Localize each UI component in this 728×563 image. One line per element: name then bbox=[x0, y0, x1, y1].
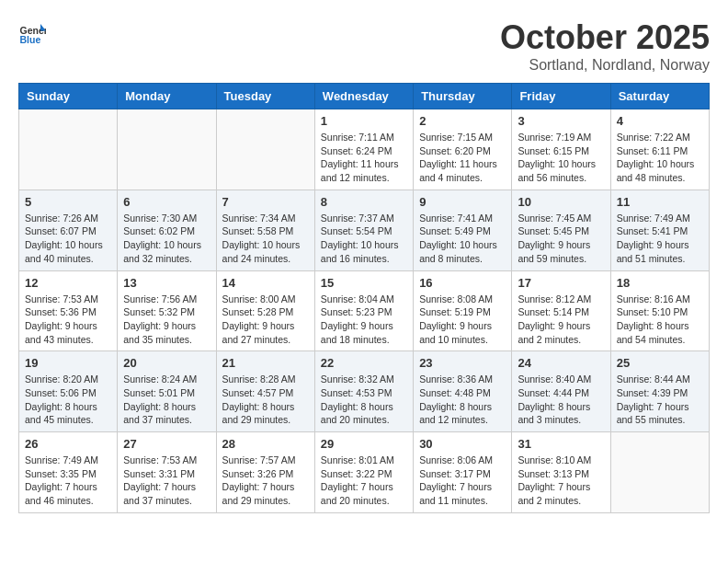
day-number: 17 bbox=[518, 276, 604, 290]
calendar-day: 9Sunrise: 7:41 AM Sunset: 5:49 PM Daylig… bbox=[414, 190, 512, 270]
day-number: 29 bbox=[321, 437, 407, 451]
empty-cell bbox=[610, 432, 709, 513]
day-detail: Sunrise: 7:22 AM Sunset: 6:11 PM Dayligh… bbox=[617, 131, 703, 185]
calendar-day: 12Sunrise: 7:53 AM Sunset: 5:36 PM Dayli… bbox=[19, 270, 118, 351]
day-detail: Sunrise: 8:01 AM Sunset: 3:22 PM Dayligh… bbox=[321, 454, 407, 508]
calendar-week-row: 5Sunrise: 7:26 AM Sunset: 6:07 PM Daylig… bbox=[19, 190, 710, 270]
day-detail: Sunrise: 7:45 AM Sunset: 5:45 PM Dayligh… bbox=[518, 212, 604, 266]
calendar-table: SundayMondayTuesdayWednesdayThursdayFrid… bbox=[18, 83, 710, 513]
weekday-header-friday: Friday bbox=[512, 84, 610, 109]
day-number: 9 bbox=[419, 195, 506, 209]
day-number: 8 bbox=[321, 195, 407, 209]
calendar-day: 23Sunrise: 8:36 AM Sunset: 4:48 PM Dayli… bbox=[414, 351, 512, 432]
weekday-header-wednesday: Wednesday bbox=[314, 84, 413, 109]
title-area: October 2025 Sortland, Nordland, Norway bbox=[500, 18, 710, 74]
calendar-day: 8Sunrise: 7:37 AM Sunset: 5:54 PM Daylig… bbox=[314, 190, 413, 270]
day-number: 13 bbox=[123, 276, 210, 290]
calendar-day: 11Sunrise: 7:49 AM Sunset: 5:41 PM Dayli… bbox=[610, 190, 709, 270]
day-detail: Sunrise: 7:57 AM Sunset: 3:26 PM Dayligh… bbox=[222, 454, 309, 508]
day-detail: Sunrise: 8:32 AM Sunset: 4:53 PM Dayligh… bbox=[321, 373, 407, 427]
calendar-day: 3Sunrise: 7:19 AM Sunset: 6:15 PM Daylig… bbox=[512, 109, 610, 190]
day-detail: Sunrise: 8:24 AM Sunset: 5:01 PM Dayligh… bbox=[123, 373, 210, 427]
calendar-day: 10Sunrise: 7:45 AM Sunset: 5:45 PM Dayli… bbox=[512, 190, 610, 270]
calendar-day: 22Sunrise: 8:32 AM Sunset: 4:53 PM Dayli… bbox=[314, 351, 413, 432]
day-detail: Sunrise: 8:12 AM Sunset: 5:14 PM Dayligh… bbox=[518, 293, 604, 347]
day-number: 26 bbox=[25, 437, 111, 451]
calendar-day: 5Sunrise: 7:26 AM Sunset: 6:07 PM Daylig… bbox=[19, 190, 118, 270]
day-detail: Sunrise: 8:04 AM Sunset: 5:23 PM Dayligh… bbox=[321, 293, 407, 347]
calendar-day: 6Sunrise: 7:30 AM Sunset: 6:02 PM Daylig… bbox=[118, 190, 216, 270]
day-detail: Sunrise: 7:30 AM Sunset: 6:02 PM Dayligh… bbox=[123, 212, 210, 266]
calendar-week-row: 1Sunrise: 7:11 AM Sunset: 6:24 PM Daylig… bbox=[19, 109, 710, 190]
day-number: 21 bbox=[222, 356, 309, 370]
day-detail: Sunrise: 8:36 AM Sunset: 4:48 PM Dayligh… bbox=[419, 373, 506, 427]
calendar-week-row: 12Sunrise: 7:53 AM Sunset: 5:36 PM Dayli… bbox=[19, 270, 710, 351]
day-detail: Sunrise: 7:26 AM Sunset: 6:07 PM Dayligh… bbox=[25, 212, 111, 266]
calendar-day: 21Sunrise: 8:28 AM Sunset: 4:57 PM Dayli… bbox=[216, 351, 314, 432]
day-detail: Sunrise: 8:08 AM Sunset: 5:19 PM Dayligh… bbox=[419, 293, 506, 347]
calendar-day: 1Sunrise: 7:11 AM Sunset: 6:24 PM Daylig… bbox=[314, 109, 413, 190]
location-subtitle: Sortland, Nordland, Norway bbox=[500, 57, 710, 74]
day-detail: Sunrise: 7:56 AM Sunset: 5:32 PM Dayligh… bbox=[123, 293, 210, 347]
day-number: 20 bbox=[123, 356, 210, 370]
calendar-day: 26Sunrise: 7:49 AM Sunset: 3:35 PM Dayli… bbox=[19, 432, 118, 513]
logo-icon: General Blue bbox=[18, 18, 46, 46]
day-number: 15 bbox=[321, 276, 407, 290]
day-detail: Sunrise: 8:44 AM Sunset: 4:39 PM Dayligh… bbox=[617, 373, 703, 427]
day-detail: Sunrise: 7:49 AM Sunset: 3:35 PM Dayligh… bbox=[25, 454, 111, 508]
day-number: 4 bbox=[617, 114, 703, 128]
day-detail: Sunrise: 7:53 AM Sunset: 5:36 PM Dayligh… bbox=[25, 293, 111, 347]
calendar-day: 28Sunrise: 7:57 AM Sunset: 3:26 PM Dayli… bbox=[216, 432, 314, 513]
day-detail: Sunrise: 7:41 AM Sunset: 5:49 PM Dayligh… bbox=[419, 212, 506, 266]
empty-cell bbox=[19, 109, 118, 190]
logo: General Blue bbox=[18, 18, 46, 46]
svg-text:Blue: Blue bbox=[20, 34, 41, 45]
day-detail: Sunrise: 7:15 AM Sunset: 6:20 PM Dayligh… bbox=[419, 131, 506, 185]
weekday-header-tuesday: Tuesday bbox=[216, 84, 314, 109]
day-number: 18 bbox=[617, 276, 703, 290]
day-number: 12 bbox=[25, 276, 111, 290]
empty-cell bbox=[216, 109, 314, 190]
calendar-day: 29Sunrise: 8:01 AM Sunset: 3:22 PM Dayli… bbox=[314, 432, 413, 513]
day-detail: Sunrise: 7:19 AM Sunset: 6:15 PM Dayligh… bbox=[518, 131, 604, 185]
day-number: 22 bbox=[321, 356, 407, 370]
calendar-day: 31Sunrise: 8:10 AM Sunset: 3:13 PM Dayli… bbox=[512, 432, 610, 513]
calendar-day: 7Sunrise: 7:34 AM Sunset: 5:58 PM Daylig… bbox=[216, 190, 314, 270]
calendar-week-row: 26Sunrise: 7:49 AM Sunset: 3:35 PM Dayli… bbox=[19, 432, 710, 513]
calendar-day: 4Sunrise: 7:22 AM Sunset: 6:11 PM Daylig… bbox=[610, 109, 709, 190]
day-number: 27 bbox=[123, 437, 210, 451]
day-number: 19 bbox=[25, 356, 111, 370]
calendar-day: 30Sunrise: 8:06 AM Sunset: 3:17 PM Dayli… bbox=[414, 432, 512, 513]
day-detail: Sunrise: 8:00 AM Sunset: 5:28 PM Dayligh… bbox=[222, 293, 309, 347]
day-detail: Sunrise: 7:11 AM Sunset: 6:24 PM Dayligh… bbox=[321, 131, 407, 185]
calendar-day: 15Sunrise: 8:04 AM Sunset: 5:23 PM Dayli… bbox=[314, 270, 413, 351]
calendar-day: 14Sunrise: 8:00 AM Sunset: 5:28 PM Dayli… bbox=[216, 270, 314, 351]
day-number: 5 bbox=[25, 195, 111, 209]
day-number: 16 bbox=[419, 276, 506, 290]
calendar-day: 2Sunrise: 7:15 AM Sunset: 6:20 PM Daylig… bbox=[414, 109, 512, 190]
day-number: 3 bbox=[518, 114, 604, 128]
day-number: 11 bbox=[617, 195, 703, 209]
day-number: 30 bbox=[419, 437, 506, 451]
month-title: October 2025 bbox=[500, 18, 710, 57]
day-number: 6 bbox=[123, 195, 210, 209]
calendar-day: 17Sunrise: 8:12 AM Sunset: 5:14 PM Dayli… bbox=[512, 270, 610, 351]
day-detail: Sunrise: 8:10 AM Sunset: 3:13 PM Dayligh… bbox=[518, 454, 604, 508]
day-detail: Sunrise: 7:34 AM Sunset: 5:58 PM Dayligh… bbox=[222, 212, 309, 266]
calendar-day: 18Sunrise: 8:16 AM Sunset: 5:10 PM Dayli… bbox=[610, 270, 709, 351]
day-number: 2 bbox=[419, 114, 506, 128]
day-detail: Sunrise: 7:37 AM Sunset: 5:54 PM Dayligh… bbox=[321, 212, 407, 266]
day-detail: Sunrise: 8:40 AM Sunset: 4:44 PM Dayligh… bbox=[518, 373, 604, 427]
calendar-day: 25Sunrise: 8:44 AM Sunset: 4:39 PM Dayli… bbox=[610, 351, 709, 432]
calendar-day: 19Sunrise: 8:20 AM Sunset: 5:06 PM Dayli… bbox=[19, 351, 118, 432]
day-detail: Sunrise: 8:28 AM Sunset: 4:57 PM Dayligh… bbox=[222, 373, 309, 427]
day-detail: Sunrise: 7:49 AM Sunset: 5:41 PM Dayligh… bbox=[617, 212, 703, 266]
weekday-header-thursday: Thursday bbox=[414, 84, 512, 109]
day-number: 24 bbox=[518, 356, 604, 370]
weekday-header-saturday: Saturday bbox=[610, 84, 709, 109]
day-number: 14 bbox=[222, 276, 309, 290]
day-detail: Sunrise: 8:06 AM Sunset: 3:17 PM Dayligh… bbox=[419, 454, 506, 508]
calendar-day: 24Sunrise: 8:40 AM Sunset: 4:44 PM Dayli… bbox=[512, 351, 610, 432]
weekday-header-sunday: Sunday bbox=[19, 84, 118, 109]
calendar-day: 27Sunrise: 7:53 AM Sunset: 3:31 PM Dayli… bbox=[118, 432, 216, 513]
